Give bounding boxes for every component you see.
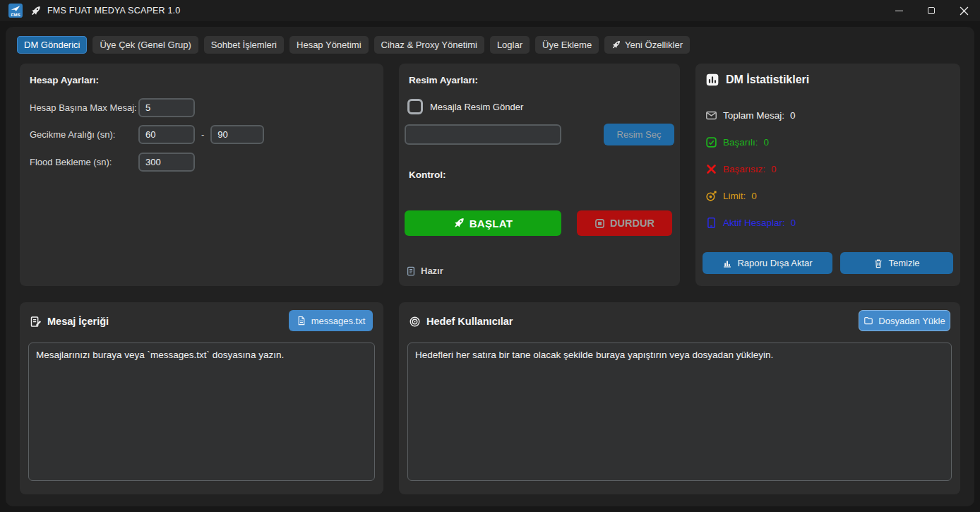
tab-dm-gonderici[interactable]: DM Gönderici [17, 36, 87, 54]
check-square-icon [705, 136, 717, 148]
field-row: Hesap Başına Max Mesaj: [30, 98, 195, 117]
trash-icon [873, 258, 883, 268]
document-icon [297, 316, 306, 326]
panel-title: Mesaj İçeriği [47, 316, 109, 327]
panel-title: Resim Ayarları: [409, 75, 478, 85]
memo-icon [30, 316, 42, 328]
message-content-textarea[interactable]: Mesajlarınızı buraya veya `messages.txt`… [28, 343, 375, 481]
max-mesaj-label: Hesap Başına Max Mesaj: [30, 102, 138, 113]
stat-basarili: Başarılı: 0 [705, 134, 769, 150]
stat-label: Başarısız: [723, 164, 765, 174]
tab-yeni-ozellikler[interactable]: Yeni Özellikler [604, 36, 690, 54]
stat-label: Başarılı: [723, 137, 758, 148]
stat-value: 0 [751, 191, 757, 201]
tab-label: Sohbet İşlemleri [211, 36, 277, 54]
range-separator: - [201, 129, 204, 140]
tab-cihaz-proxy-yonetimi[interactable]: Cihaz & Proxy Yönetimi [374, 36, 484, 54]
maximize-icon [928, 7, 935, 14]
stat-label: Aktif Hesaplar: [723, 218, 785, 228]
title-bar: FMS FMS FUAT MEDYA SCAPER 1.0 [0, 0, 980, 21]
panel-hesap-ayarlari: Hesap Ayarları: Hesap Başına Max Mesaj: … [20, 64, 383, 286]
gecikme-min-input[interactable] [138, 125, 195, 144]
tab-bar: DM Gönderici Üye Çek (Genel Grup) Sohbet… [17, 36, 690, 54]
tab-label: Üye Ekleme [542, 36, 592, 54]
button-label: BAŞLAT [470, 218, 513, 230]
flood-label: Flood Bekleme (sn): [30, 157, 138, 167]
stop-icon [594, 218, 605, 229]
stat-label: Limit: [723, 191, 746, 201]
flood-input[interactable] [138, 153, 195, 172]
stat-aktif-hesaplar: Aktif Hesaplar: 0 [705, 215, 796, 230]
button-label: Temizle [888, 258, 919, 268]
gecikme-label: Gecikme Aralığı (sn): [30, 129, 138, 140]
target-icon [409, 316, 421, 328]
rocket-icon [30, 6, 41, 16]
svg-text:FMS: FMS [11, 12, 20, 17]
tab-label: DM Gönderici [24, 36, 80, 54]
field-row: Flood Bekleme (sn): [30, 153, 195, 172]
folder-icon [864, 316, 873, 326]
panel-dm-istatistikleri: DM İstatistikleri Toplam Mesaj: 0 Başarı… [695, 64, 960, 286]
close-icon [960, 6, 969, 16]
panel-title: Hesap Ayarları: [30, 75, 99, 85]
panel-mesaj-icerigi: Mesaj İçeriği messages.txt Mesajlarınızı… [20, 302, 383, 494]
rocket-icon [453, 218, 465, 229]
checkbox-label: Mesajla Resim Gönder [430, 102, 523, 112]
envelope-icon [705, 109, 717, 121]
max-mesaj-input[interactable] [138, 98, 195, 117]
tab-label: Yeni Özellikler [625, 36, 683, 54]
durdur-button[interactable]: DURDUR [577, 210, 672, 236]
phone-icon [705, 217, 717, 229]
button-label: Raporu Dışa Aktar [737, 258, 812, 268]
tab-label: Hesap Yönetimi [297, 36, 361, 54]
stat-value: 0 [771, 164, 777, 174]
button-label: DURDUR [610, 218, 655, 229]
target-dart-icon [705, 190, 717, 202]
clipboard-icon [406, 266, 416, 276]
stat-toplam-mesaj: Toplam Mesaj: 0 [705, 107, 796, 123]
panel-title: DM İstatistikleri [726, 73, 809, 86]
resim-sec-button[interactable]: Resim Seç [604, 124, 674, 145]
gecikme-max-input[interactable] [210, 125, 264, 144]
window-title: FMS FUAT MEDYA SCAPER 1.0 [47, 6, 180, 16]
tab-loglar[interactable]: Loglar [490, 36, 530, 54]
kontrol-title: Kontrol: [409, 169, 446, 180]
tab-label: Üye Çek (Genel Grup) [100, 36, 191, 54]
rocket-icon [611, 40, 621, 49]
app-icon: FMS [8, 4, 23, 18]
button-label: messages.txt [311, 316, 366, 326]
raporu-disa-aktar-button[interactable]: Raporu Dışa Aktar [703, 252, 832, 274]
minimize-icon [895, 11, 903, 11]
button-label: Resim Seç [617, 129, 662, 140]
tab-label: Cihaz & Proxy Yönetimi [381, 36, 477, 54]
target-users-textarea[interactable]: Hedefleri her satıra bir tane olacak şek… [407, 343, 952, 481]
stat-label: Toplam Mesaj: [723, 110, 784, 121]
field-row: Gecikme Aralığı (sn): - [30, 125, 264, 144]
stat-value: 0 [791, 218, 796, 228]
x-mark-icon [705, 163, 717, 175]
close-button[interactable] [948, 0, 980, 21]
tab-uye-cek[interactable]: Üye Çek (Genel Grup) [92, 36, 198, 54]
tab-uye-ekleme[interactable]: Üye Ekleme [535, 36, 599, 54]
minimize-button[interactable] [883, 0, 915, 21]
tab-sohbet-islemleri[interactable]: Sohbet İşlemleri [204, 36, 284, 54]
panel-hedef-kullanicilar: Hedef Kullanıcılar Dosyadan Yükle Hedefl… [399, 302, 960, 494]
send-image-checkbox[interactable] [407, 99, 423, 114]
tab-hesap-yonetimi[interactable]: Hesap Yönetimi [289, 36, 369, 54]
button-label: Dosyadan Yükle [878, 316, 945, 326]
stat-limit: Limit: 0 [705, 188, 757, 203]
maximize-button[interactable] [915, 0, 948, 21]
dosyadan-yukle-button[interactable]: Dosyadan Yükle [859, 310, 950, 331]
stats-chart-icon [705, 73, 719, 87]
status-text: Hazır [421, 266, 443, 276]
image-path-input[interactable] [405, 124, 561, 145]
baslat-button[interactable]: BAŞLAT [405, 210, 561, 236]
bar-chart-icon [722, 258, 732, 268]
temizle-button[interactable]: Temizle [840, 252, 953, 274]
messages-txt-button[interactable]: messages.txt [289, 310, 373, 331]
panel-resim-ayarlari: Resim Ayarları: Mesajla Resim Gönder Res… [399, 64, 680, 286]
panel-title: Hedef Kullanıcılar [426, 316, 513, 327]
stat-value: 0 [764, 137, 770, 148]
stat-value: 0 [790, 110, 796, 121]
status-row: Hazır [406, 266, 443, 276]
